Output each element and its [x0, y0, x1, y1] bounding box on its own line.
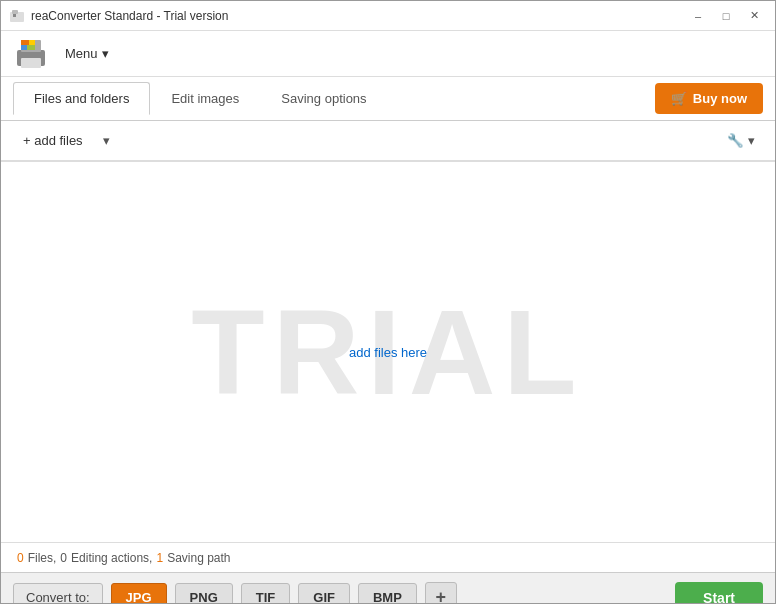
add-files-link[interactable]: add files here	[349, 345, 427, 360]
dropdown-arrow-icon: ▾	[103, 133, 110, 148]
add-files-dropdown[interactable]: ▾	[97, 129, 116, 152]
svg-rect-9	[27, 45, 35, 50]
format-png-button[interactable]: PNG	[175, 583, 233, 604]
cart-icon: 🛒	[671, 91, 687, 106]
tab-bar: Files and folders Edit images Saving opt…	[1, 77, 775, 121]
settings-button[interactable]: 🔧 ▾	[719, 129, 763, 152]
buy-now-button[interactable]: 🛒 Buy now	[655, 83, 763, 114]
svg-rect-6	[21, 40, 29, 45]
toolbar: + add files ▾ 🔧 ▾	[1, 121, 775, 161]
toolbar-left: + add files ▾	[13, 129, 116, 152]
add-files-label: + add files	[23, 133, 83, 148]
saving-count: 1	[156, 551, 163, 565]
convert-to-label: Convert to:	[13, 583, 103, 604]
app-icon	[9, 8, 25, 24]
editing-count: 0	[60, 551, 67, 565]
menu-arrow: ▾	[102, 46, 109, 61]
svg-rect-1	[12, 10, 18, 14]
svg-rect-8	[21, 45, 27, 50]
menu-button[interactable]: Menu ▾	[57, 42, 117, 65]
title-bar: reaConverter Standard - Trial version – …	[1, 1, 775, 31]
menu-label: Menu	[65, 46, 98, 61]
format-gif-button[interactable]: GIF	[298, 583, 350, 604]
tab-saving-options[interactable]: Saving options	[260, 82, 387, 115]
svg-rect-2	[13, 14, 16, 17]
menu-bar: Menu ▾	[1, 31, 775, 77]
settings-icon: 🔧	[727, 133, 744, 148]
main-content: TRIAL add files here	[1, 162, 775, 542]
saving-label: Saving path	[167, 551, 230, 565]
app-logo	[13, 36, 49, 72]
status-bar: 0 Files, 0 Editing actions, 1 Saving pat…	[1, 542, 775, 572]
format-tif-button[interactable]: TIF	[241, 583, 291, 604]
svg-rect-7	[29, 40, 35, 45]
buy-now-label: Buy now	[693, 91, 747, 106]
title-bar-controls: – □ ✕	[685, 6, 767, 26]
add-format-button[interactable]: +	[425, 582, 457, 605]
format-jpg-button[interactable]: JPG	[111, 583, 167, 604]
files-count: 0	[17, 551, 24, 565]
add-files-button[interactable]: + add files	[13, 129, 93, 152]
bottom-bar: Convert to: JPG PNG TIF GIF BMP + Start	[1, 572, 775, 604]
title-bar-left: reaConverter Standard - Trial version	[9, 8, 228, 24]
files-label: Files,	[28, 551, 57, 565]
format-bmp-button[interactable]: BMP	[358, 583, 417, 604]
minimize-button[interactable]: –	[685, 6, 711, 26]
tab-edit-images[interactable]: Edit images	[150, 82, 260, 115]
tab-files-and-folders[interactable]: Files and folders	[13, 82, 150, 115]
app-title: reaConverter Standard - Trial version	[31, 9, 228, 23]
editing-label: Editing actions,	[71, 551, 152, 565]
maximize-button[interactable]: □	[713, 6, 739, 26]
settings-arrow: ▾	[748, 133, 755, 148]
start-button[interactable]: Start	[675, 582, 763, 605]
close-button[interactable]: ✕	[741, 6, 767, 26]
svg-rect-5	[21, 58, 41, 68]
